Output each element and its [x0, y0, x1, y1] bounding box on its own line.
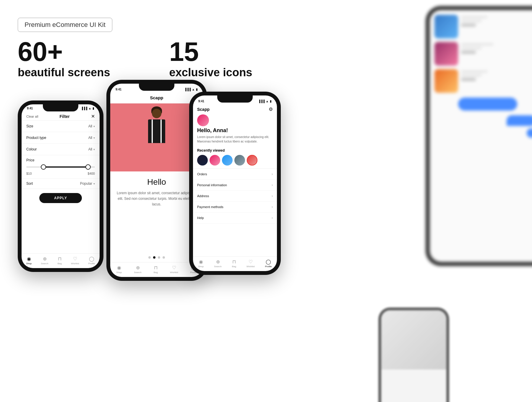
sort-value: Popular ▾	[80, 181, 95, 186]
recent-item-4[interactable]	[234, 155, 245, 166]
shop-icon-3: ◉	[199, 259, 203, 265]
menu-address[interactable]: Address ›	[193, 191, 277, 202]
recent-item-1[interactable]	[197, 155, 208, 166]
figure-stripe-2	[160, 119, 162, 143]
slider-fill	[43, 166, 88, 168]
bs-line-2a	[461, 43, 494, 46]
bs-thumb-1	[434, 15, 458, 38]
bs-line-3a	[461, 70, 488, 73]
menu-personal-info[interactable]: Personal information ›	[193, 180, 277, 191]
notch-3	[217, 95, 253, 103]
menu-help[interactable]: Help ›	[193, 213, 277, 223]
filter-size-value: All ▾	[88, 124, 95, 128]
chevron-sort: ▾	[93, 182, 95, 185]
nav-shop-1[interactable]: ◉ Shop	[26, 256, 32, 265]
profile-icon-3: ◯	[266, 259, 271, 265]
dot-2[interactable]	[153, 256, 155, 259]
settings-icon[interactable]: ⚙	[269, 106, 273, 112]
bs-line-1b	[461, 20, 482, 22]
bs-price-1	[461, 24, 476, 27]
chevron-product-type: ▾	[93, 136, 95, 140]
bs-thumb-2	[434, 42, 458, 66]
price-min: $10	[26, 172, 32, 175]
blur2-image	[381, 310, 446, 369]
filter-colour-label: Colour	[26, 147, 37, 151]
nav-bag-2[interactable]: ⊓ Bag	[154, 265, 158, 274]
bag-icon-1: ⊓	[58, 256, 61, 262]
bs-chat-bubble	[507, 115, 532, 126]
nav-bag-3[interactable]: ⊓ Bag	[232, 259, 236, 268]
filter-row-product-type[interactable]: Product type All ▾	[22, 132, 100, 144]
nav-shop-2[interactable]: ◉ Shop	[116, 265, 122, 274]
search-icon-2: ⊕	[136, 265, 140, 270]
recent-item-2[interactable]	[210, 155, 220, 166]
bs-line-1a	[461, 16, 488, 18]
slider-thumb-left[interactable]	[41, 164, 46, 170]
menu-address-chevron: ›	[272, 194, 273, 198]
stat-screens: 60+ beautiful screens	[18, 38, 110, 79]
figure-top	[148, 119, 165, 143]
shop-icon-2: ◉	[117, 265, 121, 270]
bs-row-2	[434, 42, 532, 66]
search-icon-1: ⊕	[43, 256, 47, 262]
menu-orders-label: Orders	[197, 172, 207, 176]
nav-profile-1[interactable]: ◯ Profile	[88, 256, 95, 265]
filter-header: Clear all Filter ✕	[22, 111, 100, 121]
bs-chat-dot	[527, 128, 532, 138]
bs-lines-3	[461, 69, 488, 81]
search-icon-3: ⊕	[216, 259, 220, 265]
recent-item-5[interactable]	[247, 155, 257, 166]
dot-1[interactable]	[148, 256, 151, 259]
notch-2	[139, 84, 174, 91]
nav-wishlist-1[interactable]: ♡ Wishlist	[71, 256, 79, 265]
wishlist-icon-3: ♡	[249, 259, 253, 265]
bottom-right-blurred-screen	[381, 310, 446, 402]
stats-container: 60+ beautiful screens 15 exclusive icons	[18, 38, 252, 79]
filter-row-colour[interactable]: Colour All ▾	[22, 144, 100, 155]
bs-price-3	[461, 78, 476, 81]
badge-text: Premium eCommerce UI Kit	[25, 21, 106, 28]
bag-icon-2: ⊓	[154, 265, 158, 270]
nav-search-3[interactable]: ⊕ Search	[214, 259, 221, 268]
bag-icon-3: ⊓	[232, 259, 236, 265]
nav-profile-3[interactable]: ◯ Profile	[265, 259, 272, 268]
recent-item-3[interactable]	[222, 155, 233, 166]
slider-thumb-right[interactable]	[85, 164, 91, 170]
menu-orders[interactable]: Orders ›	[193, 169, 277, 180]
bottom-nav-1: ◉ Shop ⊕ Search ⊓ Bag ♡ Wishlist ◯ Profi…	[22, 253, 100, 268]
phone-profile: 9:41 ▐▐▐ ▲ ▮ Scapp ⚙ Hello, Anna! Lorem …	[189, 92, 281, 275]
profile-description: Lorem ipsum dolor sit amet, consectetur …	[193, 135, 277, 147]
menu-personal-info-label: Personal information	[197, 183, 227, 187]
wishlist-icon-1: ♡	[73, 256, 77, 262]
stat-screens-num: 60+	[18, 38, 110, 65]
nav-wishlist-2[interactable]: ♡ Wishlist	[170, 265, 178, 274]
phone-filter: 9:41 ▐▐▐ ▲ ▮ Clear all Filter ✕ Size All…	[18, 100, 103, 272]
figure-stripe-1	[152, 119, 153, 143]
bottom-right-blurred-phone	[378, 307, 449, 402]
filter-row-size[interactable]: Size All ▾	[22, 121, 100, 132]
time-2: 9:41	[116, 88, 121, 91]
profile-icon-1: ◯	[89, 256, 94, 262]
menu-payment[interactable]: Payment methods ›	[193, 202, 277, 213]
nav-wishlist-3[interactable]: ♡ Wishlist	[246, 259, 255, 268]
apply-button[interactable]: APPLY	[39, 193, 82, 203]
nav-shop-3[interactable]: ◉ Shop	[198, 259, 204, 268]
nav-search-2[interactable]: ⊕ Search	[134, 265, 141, 274]
figure-body	[139, 106, 174, 171]
nav-search-1[interactable]: ⊕ Search	[41, 256, 48, 265]
dot-4[interactable]	[163, 256, 165, 259]
menu-help-label: Help	[197, 216, 204, 220]
price-max: $400	[88, 172, 95, 175]
sort-row[interactable]: Sort Popular ▾	[22, 178, 100, 189]
badge: Premium eCommerce UI Kit	[18, 18, 112, 32]
dot-3[interactable]	[158, 256, 160, 259]
filter-clear[interactable]: Clear all	[26, 115, 38, 118]
stat-icons-num: 15	[169, 38, 252, 65]
filter-product-type-value: All ▾	[88, 136, 95, 140]
figure-head	[152, 109, 161, 118]
price-slider[interactable]	[26, 166, 95, 168]
nav-bag-1[interactable]: ⊓ Bag	[58, 256, 62, 265]
bs-lines-1	[461, 15, 488, 27]
wishlist-icon-2: ♡	[172, 265, 176, 270]
filter-close[interactable]: ✕	[91, 114, 95, 119]
